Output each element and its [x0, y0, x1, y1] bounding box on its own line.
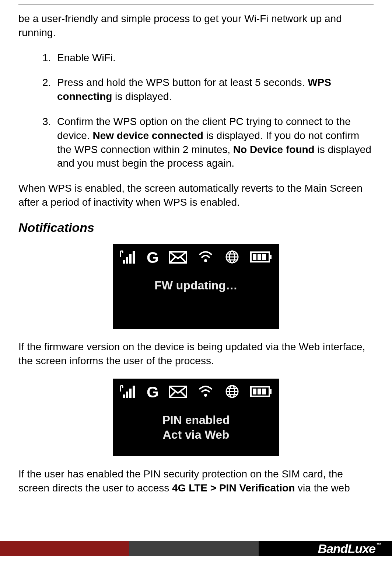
svg-rect-15 — [262, 254, 266, 260]
battery-icon — [250, 385, 272, 399]
globe-icon — [224, 383, 240, 401]
svg-rect-19 — [133, 386, 135, 398]
desc-bold: 4G LTE > PIN Verification — [172, 482, 295, 494]
step-text-pre: Press and hold the WPS button for at lea… — [57, 77, 308, 88]
notifications-heading: Notifications — [18, 220, 374, 235]
footer-stripe-gray — [129, 541, 259, 556]
message-icon — [169, 384, 187, 400]
step-text-bold: New device connected — [93, 130, 203, 141]
step-text-bold2: No Device found — [233, 144, 315, 155]
network-type-g: G — [147, 249, 159, 267]
status-bar: G — [120, 383, 272, 401]
wifi-icon — [197, 250, 214, 266]
svg-rect-13 — [253, 254, 256, 260]
svg-rect-18 — [129, 389, 132, 398]
svg-rect-0 — [123, 260, 125, 264]
screen-message: PIN enabled Act via Web — [120, 413, 272, 442]
pin-enabled-description: If the user has enabled the PIN security… — [18, 467, 374, 495]
message-icon — [169, 250, 187, 266]
brand-tm: ™ — [376, 542, 381, 547]
brand-name: BandLuxe — [318, 542, 375, 556]
step-number: 2. — [42, 76, 57, 104]
steps-list: 1. Enable WiFi. 2. Press and hold the WP… — [18, 51, 374, 171]
footer-stripe-black: BandLuxe™ — [259, 541, 392, 556]
step-1: 1. Enable WiFi. — [42, 51, 374, 65]
svg-rect-16 — [123, 394, 125, 398]
svg-rect-12 — [269, 255, 272, 259]
screen-message: FW updating… — [120, 278, 272, 293]
step-2: 2. Press and hold the WPS button for at … — [42, 76, 374, 104]
signal-icon — [120, 250, 137, 266]
svg-rect-30 — [258, 389, 261, 394]
globe-icon — [224, 249, 240, 267]
step-3: 3. Confirm the WPS option on the client … — [42, 115, 374, 170]
svg-point-5 — [204, 259, 207, 262]
step-text: Press and hold the WPS button for at lea… — [57, 76, 374, 104]
device-screen-fw-updating: G FW updating… — [113, 244, 279, 329]
svg-rect-28 — [269, 389, 272, 394]
svg-rect-2 — [129, 254, 132, 264]
wps-note: When WPS is enabled, the screen automati… — [18, 181, 374, 209]
svg-rect-29 — [253, 389, 256, 394]
step-number: 1. — [42, 51, 57, 65]
svg-rect-3 — [133, 251, 135, 264]
wifi-icon — [197, 384, 214, 400]
intro-continued: be a user-friendly and simple process to… — [18, 12, 374, 40]
svg-rect-31 — [262, 389, 266, 394]
screen-message-line1: PIN enabled — [120, 413, 272, 427]
network-type-g: G — [147, 383, 159, 401]
device-screen-pin-enabled: G PIN enabled Act via Web — [113, 379, 279, 456]
step-text: Enable WiFi. — [57, 51, 374, 65]
step-number: 3. — [42, 115, 57, 170]
svg-rect-14 — [258, 254, 261, 260]
footer-stripe-red — [0, 541, 129, 556]
svg-point-21 — [204, 394, 207, 397]
step-text-post: is displayed. — [112, 91, 172, 102]
desc-post: via the web — [295, 482, 350, 494]
svg-rect-1 — [126, 257, 128, 264]
fw-update-description: If the firmware version on the device is… — [18, 340, 374, 368]
status-bar: G — [120, 248, 272, 267]
signal-icon — [120, 384, 137, 400]
battery-icon — [250, 251, 272, 265]
svg-rect-17 — [126, 392, 128, 398]
footer: BandLuxe™ — [0, 541, 392, 567]
screen-message-line2: Act via Web — [120, 427, 272, 442]
step-text: Confirm the WPS option on the client PC … — [57, 115, 374, 170]
brand-logo: BandLuxe™ — [318, 542, 381, 556]
